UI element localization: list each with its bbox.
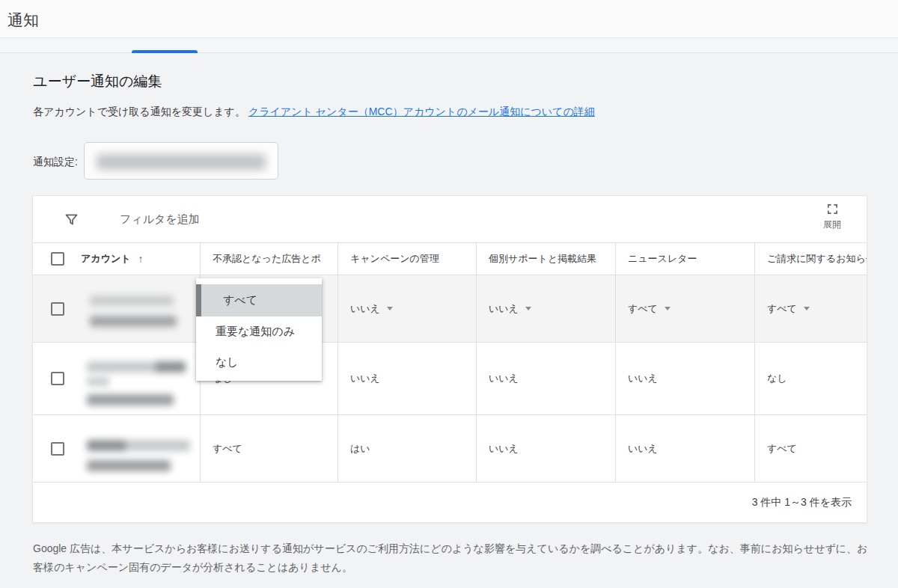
column-header-newsletter[interactable]: ニュースレター (615, 243, 754, 275)
cell-billing[interactable]: なし (754, 343, 867, 414)
account-cell (33, 415, 200, 482)
column-header-account[interactable]: アカウント (81, 252, 131, 266)
cell-support-performance-select[interactable]: いいえ (476, 275, 615, 342)
row-checkbox[interactable] (51, 302, 64, 316)
column-header-disapproved-ads[interactable]: 不承認となった広告とポ (200, 243, 337, 275)
page-title: 通知 (7, 10, 39, 31)
expand-button[interactable]: 展開 (817, 203, 847, 231)
cell-value: すべて (628, 302, 658, 316)
table-footer: 3 件中 1～3 件を表示 (33, 483, 867, 522)
pagination-status: 3 件中 1～3 件を表示 (752, 496, 852, 509)
cell-campaign-management[interactable]: いいえ (337, 343, 476, 414)
notification-setting-select[interactable] (84, 142, 278, 180)
notifications-table: フィルタを追加 展開 アカウント ↑ 不承認となった広告とポ キャンペーンの管理… (33, 196, 867, 522)
cell-disapproved-ads[interactable]: すべて (200, 415, 337, 482)
mcc-help-link[interactable]: クライアント センター（MCC）アカウントのメール通知についての詳細 (248, 105, 595, 117)
top-bar: 通知 (0, 0, 898, 38)
expand-icon (827, 203, 838, 215)
cell-campaign-management[interactable]: はい (337, 415, 476, 482)
section-heading: ユーザー通知の編集 (33, 72, 162, 91)
dropdown-caret-icon (665, 307, 671, 310)
column-header-campaign-management[interactable]: キャンペーンの管理 (337, 243, 476, 275)
table-row: なし いいえ いいえ いいえ なし (33, 343, 867, 415)
dropdown-option-important-only[interactable]: 重要な通知のみ (196, 316, 322, 347)
header-account-cell: アカウント ↑ (33, 243, 200, 275)
cell-billing-select[interactable]: はい すべて すべて すべて (754, 275, 867, 342)
add-filter-input[interactable]: フィルタを追加 (120, 212, 200, 227)
dropdown-caret-icon (804, 307, 810, 310)
cell-value: すべて (767, 302, 797, 316)
cell-newsletter[interactable]: いいえ (615, 415, 754, 482)
table-toolbar: フィルタを追加 展開 (33, 196, 867, 243)
account-name-redacted (81, 415, 193, 482)
account-cell (33, 275, 200, 342)
select-all-checkbox[interactable] (51, 252, 64, 266)
tab-strip (0, 39, 898, 53)
account-name-redacted (81, 275, 193, 342)
row-checkbox[interactable] (51, 442, 64, 456)
table-row: すべて はい いいえ いいえ すべて (33, 415, 867, 483)
cell-value: いいえ (489, 302, 519, 316)
dropdown-option-all[interactable]: すべて (196, 284, 322, 316)
cell-value: いいえ (350, 302, 380, 316)
privacy-footnote: Google 広告は、本サービスからお客様にお送りする通知がサービスのご利用方法… (33, 539, 870, 576)
description-body: 各アカウントで受け取る通知を変更します。 (33, 105, 245, 117)
cell-support-performance[interactable]: いいえ (476, 343, 615, 414)
row-checkbox[interactable] (51, 372, 64, 385)
cell-newsletter-select[interactable]: すべて (615, 275, 754, 342)
cell-support-performance[interactable]: いいえ (476, 415, 615, 482)
cell-campaign-management-select[interactable]: いいえ (337, 275, 476, 342)
dropdown-caret-icon (387, 307, 393, 310)
table-header-row: アカウント ↑ 不承認となった広告とポ キャンペーンの管理 個別サポートと掲載結… (33, 243, 867, 275)
expand-label: 展開 (823, 218, 841, 231)
sort-ascending-icon[interactable]: ↑ (138, 253, 144, 265)
description-text: 各アカウントで受け取る通知を変更します。 クライアント センター（MCC）アカウ… (33, 105, 595, 119)
account-name-redacted (81, 343, 193, 414)
notification-level-dropdown: すべて 重要な通知のみ なし (196, 278, 322, 381)
account-cell (33, 343, 200, 414)
active-tab-indicator[interactable] (132, 50, 198, 53)
notification-setting-label: 通知設定: (33, 156, 78, 169)
column-header-billing[interactable]: ご請求に関するお知らせ (754, 243, 867, 275)
column-header-support-performance[interactable]: 個別サポートと掲載結果 (476, 243, 615, 275)
dropdown-caret-icon (525, 307, 531, 310)
dropdown-option-none[interactable]: なし (196, 347, 322, 378)
filter-icon (64, 212, 79, 227)
table-row: いいえ いいえ すべて はい すべて すべて すべて (33, 275, 867, 343)
redacted-setting-value (97, 154, 266, 170)
cell-newsletter[interactable]: いいえ (615, 343, 754, 414)
cell-billing[interactable]: すべて (754, 415, 867, 482)
